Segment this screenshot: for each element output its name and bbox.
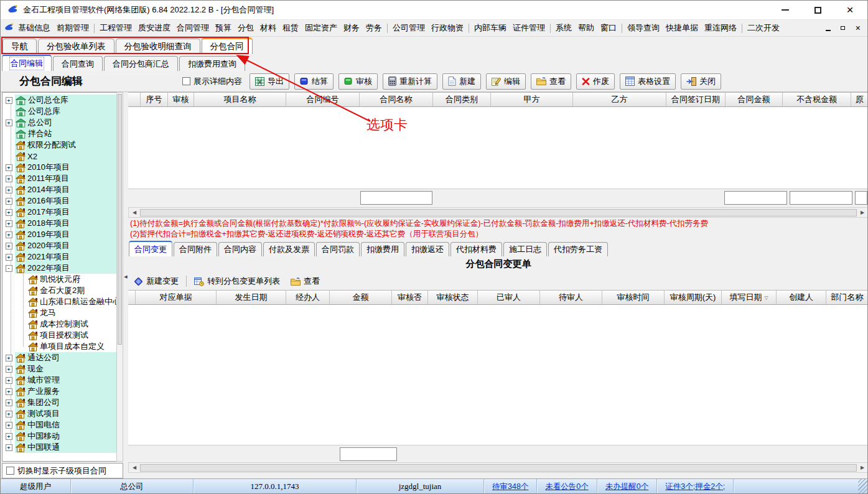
tree-item-body[interactable]: 集团公司 [15,397,116,408]
sub-tab[interactable]: 合同编辑 [2,55,52,71]
expand-icon[interactable]: + [6,411,12,417]
void-button[interactable]: 作废 [576,73,615,90]
tree-item-body[interactable]: 拌合站 [15,128,116,139]
grid2-column-header[interactable]: 对应单据 [136,291,217,304]
grid1-column-header[interactable]: 合同类别 [433,93,491,106]
menu-item[interactable]: 基础信息 [15,22,54,34]
tree-item-body[interactable]: 中国联通 [15,442,116,453]
export-button[interactable]: X导出 [250,73,289,90]
expand-icon[interactable]: + [6,97,12,104]
tree-item-body[interactable]: 2010年项目 [15,162,116,173]
tree-item-body[interactable]: 项目授权测试 [27,330,116,341]
tree-item[interactable]: 拌合站 [2,128,116,139]
tree-item[interactable]: +2021年项目 [2,251,116,263]
status-link[interactable]: 未看公告0个 [537,479,597,494]
detail-tab[interactable]: 代扣材料费 [450,242,502,256]
tree-item[interactable]: +中国联通 [2,442,116,453]
tree-item-body[interactable]: 山东港口航运金融中心 [27,296,116,307]
show-child-contracts-checkbox[interactable]: 切换时显示子级项目合同 [6,465,106,477]
grid1-column-header[interactable]: 合同名称 [360,93,433,106]
grid2-column-header[interactable]: 审核状态 [428,291,478,304]
menu-item[interactable]: 证件管理 [510,22,548,34]
tree-item[interactable]: +2014年项目 [2,184,116,195]
menu-item[interactable]: 分包 [235,22,257,34]
tree-item-body[interactable]: 2017年项目 [15,207,116,218]
tree-item[interactable]: 山东港口航运金融中心 [2,296,116,307]
menu-item[interactable]: 领导查询 [624,22,663,34]
expand-icon[interactable]: + [6,355,12,361]
expand-icon[interactable]: + [6,209,12,216]
tree-item[interactable]: +2018年项目 [2,218,116,229]
expand-icon[interactable]: + [6,175,12,182]
scroll-thumb[interactable] [140,209,857,217]
grid2-body[interactable] [128,305,868,445]
expand-icon[interactable]: + [6,399,12,406]
new-button[interactable]: 新建 [442,73,481,90]
tree-item[interactable]: +公司总仓库 [2,95,116,106]
detail-tab[interactable]: 合同附件 [174,242,217,256]
collapse-icon[interactable]: - [6,265,12,272]
sub-tab[interactable]: 合同分包商汇总 [104,56,178,71]
tree-item-body[interactable]: 公司总仓库 [15,95,116,106]
recalculate-button[interactable]: 重新计算 [383,73,437,90]
grid2-column-header[interactable]: 经办人 [286,291,330,304]
scroll-left-icon[interactable]: ◀ [130,210,139,215]
tree-item-body[interactable]: 城市管理 [15,375,116,386]
tree-item-body[interactable]: 2011年项目 [15,173,116,184]
panel-splitter[interactable]: ◀ [123,92,128,462]
tree-item-body[interactable]: 通达公司 [15,352,116,363]
menu-item[interactable]: 劳务 [363,22,385,34]
tree-item-body[interactable]: 2020年项目 [15,240,116,251]
tree-item[interactable]: +集团公司 [2,397,116,408]
status-link[interactable]: 证件3个;押金2个; [657,479,734,494]
grid2-column-header[interactable]: 待审人 [540,291,602,304]
sub-tab[interactable]: 扣缴费用查询 [179,56,245,71]
tree-item[interactable]: 龙马 [2,307,116,319]
mdi-close-icon[interactable]: × [853,24,862,32]
detail-tab[interactable]: 代扣劳务工资 [548,242,608,256]
tree-item[interactable]: +2016年项目 [2,195,116,207]
close-icon[interactable]: × [845,5,855,15]
minimize-icon[interactable] [780,5,790,15]
status-link[interactable]: 未办提醒0个 [597,479,657,494]
tree-item[interactable]: +通达公司 [2,352,116,363]
grid2-column-header[interactable]: 创建人 [777,291,826,304]
tree-item[interactable]: +中国电信 [2,419,116,431]
tree-item-body[interactable]: 中国移动 [15,431,116,442]
grid2-column-header[interactable]: 已审人 [478,291,540,304]
menu-item[interactable]: 行政物资 [428,22,467,34]
grid1-column-header[interactable]: 合同金额 [726,93,783,106]
grid2-column-header[interactable] [128,291,136,304]
tree-scrollbar[interactable] [116,92,123,462]
audit-button[interactable]: 审核 [338,73,378,90]
menu-item[interactable]: 系统 [553,22,575,34]
scroll-right-icon[interactable]: ▶ [858,210,867,215]
tree-item[interactable]: +2011年项目 [2,173,116,184]
view-change-button[interactable]: 查看 [287,274,323,288]
tree-item-body[interactable]: X2 [15,151,116,162]
tree-item-body[interactable]: 产业服务 [15,386,116,397]
grid1-body[interactable] [128,107,868,189]
table-settings-button[interactable]: 表格设置 [620,73,676,90]
checkbox-icon[interactable] [6,467,14,475]
tree-item[interactable]: +2019年项目 [2,229,116,240]
grid1-hscrollbar[interactable]: ◀ ▶ [128,207,868,218]
expand-icon[interactable]: + [6,388,12,395]
menu-item[interactable]: 帮助 [575,22,597,34]
tree-item[interactable]: +城市管理 [2,375,116,386]
grid1-column-header[interactable]: 甲方 [491,93,573,106]
expand-icon[interactable]: + [6,220,12,227]
expand-icon[interactable]: + [6,198,12,205]
resize-grip[interactable] [858,479,867,494]
document-tab[interactable]: 分包验收单列表 [38,39,114,54]
expand-icon[interactable]: + [6,231,12,238]
expand-icon[interactable]: + [6,254,12,261]
menu-item[interactable]: 窗口 [597,22,620,34]
tree-item[interactable]: +总公司 [2,117,116,128]
menu-item[interactable]: 租赁 [279,22,302,34]
tree-item[interactable]: +产业服务 [2,386,116,397]
grid1-column-header[interactable]: 原 [851,93,868,106]
status-link[interactable]: 待审348个 [484,479,537,494]
tree-item-body[interactable]: 单项目成本自定义 [27,341,116,352]
settle-button[interactable]: 结算 [294,73,334,90]
